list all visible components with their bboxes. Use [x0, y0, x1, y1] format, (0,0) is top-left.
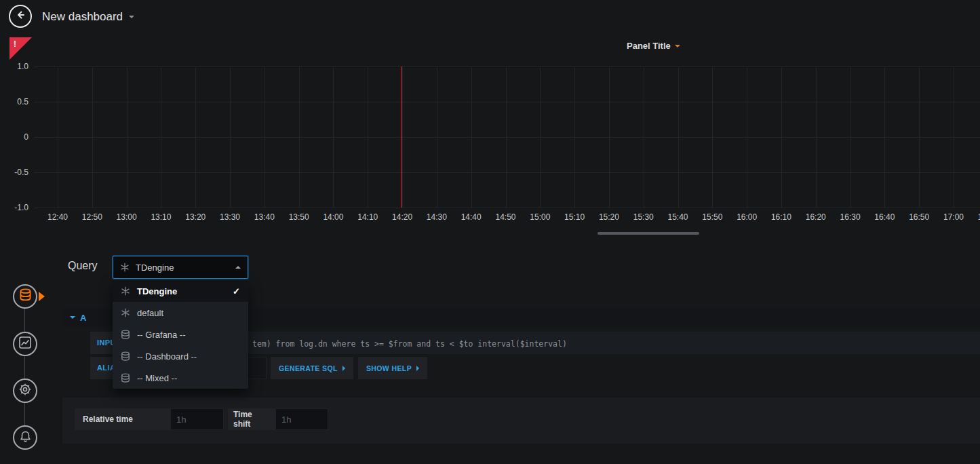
gridline-horizontal — [34, 208, 980, 208]
x-tick-label: 13:40 — [250, 212, 279, 222]
show-help-button[interactable]: SHOW HELP — [358, 357, 427, 379]
gridline-vertical — [264, 66, 265, 208]
gridline-vertical — [333, 66, 334, 208]
x-tick-label: 13:30 — [215, 212, 245, 222]
gridline-horizontal — [34, 66, 980, 67]
x-tick-label: 16:30 — [836, 212, 865, 222]
show-help-label: SHOW HELP — [366, 364, 412, 372]
datasource-dropdown-menu: TDengine✓default-- Grafana ---- Dashboar… — [113, 280, 248, 389]
x-tick-label: 17:10 — [973, 212, 980, 222]
datasource-select[interactable]: TDengine — [113, 256, 248, 279]
gridline-vertical — [506, 66, 507, 208]
datasource-selected-value: TDengine — [136, 263, 229, 273]
y-tick-label: 1.0 — [0, 62, 28, 71]
x-tick-label: 16:10 — [766, 212, 796, 222]
datasource-option-label: TDengine — [137, 286, 177, 296]
bell-icon — [19, 430, 32, 446]
query-ref-id: A — [80, 313, 86, 323]
graph-panel: ! Panel Title 1.00.50-0.5-1.012:4012:501… — [0, 37, 980, 231]
time-shift-label: Time shift — [228, 408, 275, 430]
x-tick-label: 15:00 — [525, 212, 555, 222]
gridline-vertical — [195, 66, 196, 208]
x-tick-label: 16:50 — [904, 212, 934, 222]
gridline-vertical — [92, 66, 93, 208]
gear-icon — [18, 383, 32, 399]
query-section-label: Query — [68, 260, 98, 272]
horizontal-scrollbar[interactable] — [597, 232, 699, 235]
gridline-vertical — [781, 66, 782, 208]
x-tick-label: 14:40 — [456, 212, 486, 222]
editor-tabs-connector — [24, 296, 25, 438]
tab-visualization[interactable] — [13, 332, 37, 356]
x-tick-label: 15:10 — [560, 212, 589, 222]
query-row-actions: GENERATE SQL SHOW HELP — [271, 357, 427, 379]
chevron-right-icon — [416, 366, 419, 371]
dashboard-title-text: New dashboard — [42, 10, 123, 24]
generate-sql-button[interactable]: GENERATE SQL — [271, 357, 353, 379]
gridline-vertical — [402, 66, 403, 208]
query-time-options: Relative time Time shift — [75, 408, 328, 430]
gridline-vertical — [747, 66, 747, 208]
datasource-option[interactable]: -- Mixed -- — [113, 367, 248, 389]
gridline-vertical — [299, 66, 300, 208]
tab-queries[interactable] — [13, 284, 37, 309]
gridline-vertical — [678, 66, 679, 208]
database-icon — [121, 351, 130, 362]
time-shift-input[interactable] — [275, 408, 328, 430]
gridline-vertical — [919, 66, 920, 208]
x-tick-label: 14:00 — [318, 212, 348, 222]
relative-time-input[interactable] — [170, 408, 224, 430]
chevron-down-icon — [129, 16, 134, 18]
x-tick-label: 15:40 — [663, 212, 693, 222]
tab-alert[interactable] — [13, 425, 37, 450]
x-tick-label: 14:10 — [353, 212, 383, 222]
gridline-vertical — [230, 66, 231, 208]
collapse-icon — [70, 316, 75, 319]
gridline-vertical — [161, 66, 161, 208]
relative-time-label: Relative time — [75, 408, 170, 430]
gridline-horizontal — [34, 172, 980, 173]
y-tick-label: -0.5 — [0, 168, 28, 177]
chart-icon — [18, 336, 32, 352]
y-tick-label: 0 — [0, 132, 28, 142]
x-tick-label: 15:20 — [594, 212, 624, 222]
datasource-option[interactable]: -- Grafana -- — [113, 324, 248, 345]
database-icon — [19, 288, 32, 305]
datasource-option[interactable]: default — [113, 302, 248, 324]
x-tick-label: 12:50 — [77, 212, 107, 222]
x-tick-label: 13:10 — [146, 212, 176, 222]
gridline-vertical — [368, 66, 368, 208]
generate-sql-label: GENERATE SQL — [279, 364, 338, 372]
gridline-vertical — [127, 66, 128, 208]
x-tick-label: 14:30 — [422, 212, 452, 222]
gridline-vertical — [712, 66, 713, 208]
check-icon: ✓ — [233, 286, 240, 296]
database-icon — [121, 373, 130, 383]
gridline-horizontal — [34, 137, 980, 138]
y-tick-label: 0.5 — [0, 97, 28, 107]
x-tick-label: 13:00 — [112, 212, 142, 222]
x-tick-label: 14:50 — [491, 212, 521, 222]
sql-input[interactable]: tem) from log.dn where ts >= $from and t… — [142, 332, 980, 354]
gridline-vertical — [471, 66, 472, 208]
x-tick-label: 15:30 — [629, 212, 659, 222]
x-tick-label: 16:40 — [869, 212, 899, 222]
gridline-vertical — [884, 66, 885, 208]
datasource-option-label: -- Dashboard -- — [137, 351, 197, 362]
gridline-vertical — [437, 66, 437, 208]
tdengine-icon — [121, 308, 130, 317]
datasource-option[interactable]: -- Dashboard -- — [113, 345, 248, 367]
gridline-vertical — [574, 66, 575, 208]
tdengine-icon — [120, 263, 130, 272]
tab-general[interactable] — [13, 379, 37, 403]
database-icon — [121, 330, 130, 340]
x-tick-label: 13:20 — [180, 212, 210, 222]
datasource-option[interactable]: TDengine✓ — [113, 280, 248, 302]
datasource-option-label: -- Mixed -- — [137, 373, 177, 383]
x-tick-label: 12:40 — [43, 212, 73, 222]
gridline-vertical — [58, 66, 58, 208]
time-series-chart[interactable]: 1.00.50-0.5-1.012:4012:5013:0013:1013:20… — [0, 37, 980, 231]
top-nav: New dashboard — [0, 0, 980, 34]
dashboard-title[interactable]: New dashboard — [42, 0, 134, 34]
back-button[interactable] — [9, 5, 32, 28]
